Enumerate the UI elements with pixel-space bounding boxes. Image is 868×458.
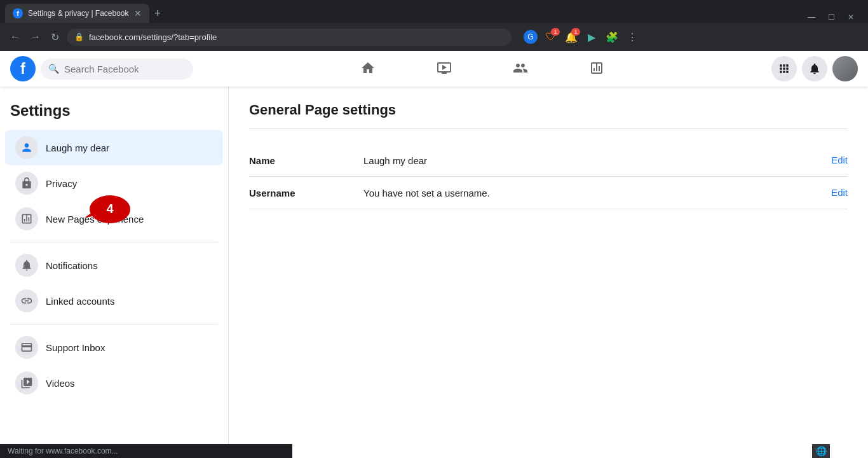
- sidebar-item-notifications[interactable]: Notifications: [5, 247, 223, 283]
- sidebar: Settings Laugh my dear Privacy New Pages…: [0, 87, 229, 458]
- linked-accounts-icon: [15, 289, 38, 312]
- sidebar-divider-2: [10, 324, 218, 324]
- search-bar[interactable]: 🔍: [41, 59, 193, 80]
- back-button[interactable]: ←: [8, 29, 23, 45]
- nav-bar: ← → ↻ 🔒 facebook.com/settings/?tab=profi…: [0, 23, 868, 51]
- settings-action-name: Edit: [831, 155, 848, 166]
- tab-title: Settings & privacy | Facebook: [28, 9, 129, 18]
- page-title: General Page settings: [249, 102, 848, 129]
- content-inner: General Page settings Name Laugh my dear…: [229, 87, 868, 458]
- settings-row-username: Username You have not set a username. Ed…: [249, 177, 848, 209]
- notifications-icon: [15, 254, 38, 277]
- search-icon: 🔍: [48, 64, 59, 74]
- browser-toolbar: G 🛡 1 🔔 1 ▶ 🧩 ⋮: [522, 28, 641, 46]
- lock-icon: 🔒: [74, 32, 84, 41]
- settings-value-username: You have not set a username.: [363, 188, 831, 198]
- address-bar[interactable]: 🔒 facebook.com/settings/?tab=profile: [67, 29, 512, 46]
- extension-icon-2[interactable]: 🔔 1: [562, 28, 580, 46]
- address-text: facebook.com/settings/?tab=profile: [89, 32, 504, 42]
- extension-icon-1[interactable]: 🛡 1: [542, 28, 560, 46]
- header-actions: [771, 56, 858, 81]
- nav-pages[interactable]: [559, 51, 635, 87]
- search-input[interactable]: [64, 64, 186, 74]
- window-controls: — ☐ ✕: [804, 11, 863, 23]
- settings-value-name: Laugh my dear: [363, 155, 831, 166]
- globe-button[interactable]: 🌐: [812, 444, 830, 458]
- sidebar-title: Settings: [0, 97, 228, 130]
- settings-row-name: Name Laugh my dear Edit: [249, 144, 848, 177]
- active-tab[interactable]: f Settings & privacy | Facebook ✕: [5, 4, 149, 23]
- edit-name-link[interactable]: Edit: [831, 155, 848, 165]
- settings-label-username: Username: [249, 188, 363, 198]
- settings-action-username: Edit: [831, 187, 848, 198]
- status-text: Waiting for www.facebook.com...: [8, 447, 118, 455]
- sidebar-label-profile: Laugh my dear: [46, 142, 109, 153]
- facebook-header: f 🔍: [0, 51, 868, 87]
- notifications-button[interactable]: [802, 56, 827, 81]
- sidebar-item-support-inbox[interactable]: Support Inbox: [5, 330, 223, 365]
- sidebar-item-privacy[interactable]: Privacy: [5, 165, 223, 201]
- minimize-button[interactable]: —: [804, 11, 819, 23]
- sidebar-item-profile[interactable]: Laugh my dear: [5, 130, 223, 165]
- privacy-icon: [15, 172, 38, 195]
- close-button[interactable]: ✕: [844, 11, 858, 23]
- browser-profile-icon[interactable]: G: [522, 28, 539, 46]
- apps-button[interactable]: [771, 56, 797, 81]
- settings-label-name: Name: [249, 155, 363, 166]
- browser-menu-button[interactable]: ⋮: [623, 28, 641, 46]
- avatar-image: [832, 56, 858, 81]
- nav-video[interactable]: [406, 51, 482, 87]
- facebook-favicon: f: [17, 10, 19, 17]
- sidebar-label-videos: Videos: [46, 378, 75, 389]
- sidebar-label-new-pages: New Pages experience: [46, 214, 144, 225]
- sidebar-label-privacy: Privacy: [46, 178, 77, 189]
- chrome-profile: G: [524, 30, 538, 44]
- sidebar-label-notifications: Notifications: [46, 260, 98, 271]
- reload-button[interactable]: ↻: [48, 29, 62, 46]
- sidebar-item-new-pages[interactable]: New Pages experience: [5, 201, 223, 237]
- facebook-logo[interactable]: f: [10, 56, 36, 81]
- edit-username-link[interactable]: Edit: [831, 187, 848, 198]
- browser-chrome: f Settings & privacy | Facebook ✕ + — ☐ …: [0, 0, 868, 51]
- extension-badge-2: 1: [571, 28, 580, 36]
- tab-favicon: f: [13, 8, 23, 18]
- main-nav: [198, 51, 766, 87]
- main-layout: Settings Laugh my dear Privacy New Pages…: [0, 87, 868, 458]
- profile-icon: [15, 136, 38, 159]
- sidebar-label-support-inbox: Support Inbox: [46, 342, 105, 353]
- status-bar: Waiting for www.facebook.com...: [0, 444, 292, 458]
- videos-icon: [15, 371, 38, 394]
- maximize-button[interactable]: ☐: [824, 11, 839, 23]
- sidebar-item-videos[interactable]: Videos: [5, 365, 223, 401]
- tab-close-button[interactable]: ✕: [134, 8, 142, 18]
- new-pages-icon: [15, 207, 38, 230]
- user-avatar[interactable]: [832, 56, 858, 81]
- extensions-button[interactable]: 🧩: [603, 28, 621, 46]
- new-tab-button[interactable]: +: [152, 4, 164, 23]
- extension-badge-1: 1: [551, 28, 560, 36]
- sidebar-divider-1: [10, 242, 218, 242]
- forward-button[interactable]: →: [28, 29, 43, 45]
- sidebar-item-linked-accounts[interactable]: Linked accounts: [5, 283, 223, 319]
- content-area: General Page settings Name Laugh my dear…: [229, 87, 868, 458]
- tab-bar: f Settings & privacy | Facebook ✕ + — ☐ …: [0, 0, 868, 23]
- extension-icon-3[interactable]: ▶: [583, 28, 600, 46]
- facebook-logo-letter: f: [20, 60, 25, 78]
- nav-people[interactable]: [482, 51, 559, 87]
- nav-home[interactable]: [330, 51, 406, 87]
- support-inbox-icon: [15, 336, 38, 359]
- sidebar-label-linked-accounts: Linked accounts: [46, 296, 114, 307]
